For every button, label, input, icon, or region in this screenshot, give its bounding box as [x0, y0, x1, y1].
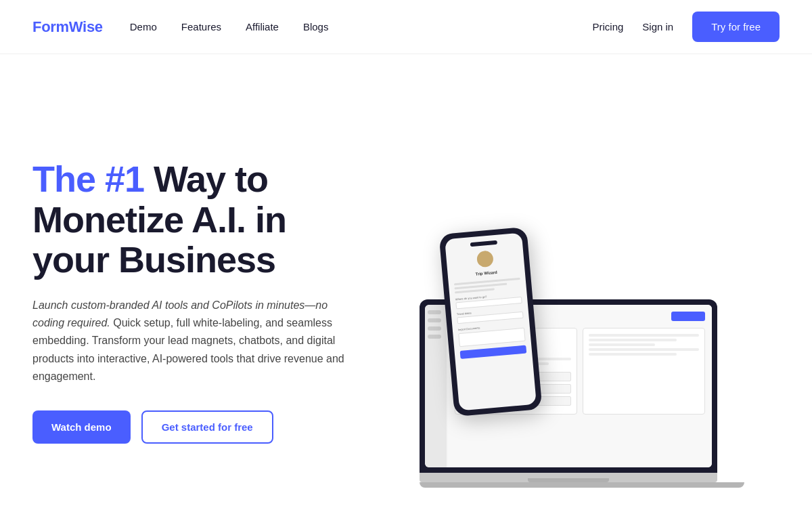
laptop-action-btn [671, 312, 705, 321]
phone-generate-btn [460, 345, 527, 359]
hero-title: The #1 Way toMonetize A.I. inyour Busine… [32, 159, 357, 280]
phone-import-section: Import Documents [458, 322, 526, 347]
nav-features[interactable]: Features [181, 21, 221, 33]
right-panel-line-3 [589, 343, 655, 346]
nav-right: Pricing Sign in Try for free [592, 12, 780, 42]
sidebar-dot-3 [428, 326, 441, 331]
logo-part2: Wise [69, 18, 103, 35]
try-for-free-button[interactable]: Try for free [692, 12, 780, 42]
laptop-base [420, 473, 717, 482]
right-panel-line-5 [589, 353, 677, 356]
hero-section: The #1 Way toMonetize A.I. inyour Busine… [0, 54, 812, 508]
nav-left: FormWise Demo Features Affiliate Blogs [32, 18, 328, 36]
phone-avatar [476, 250, 494, 268]
hero-title-highlight: The #1 [32, 158, 144, 199]
right-panel-line-4 [589, 348, 699, 351]
nav-affiliate[interactable]: Affiliate [246, 21, 279, 33]
phone-screen: Trip Wizard Where do you want to go? Tra… [445, 233, 537, 411]
logo-part1: Form [32, 18, 69, 35]
nav-links: Demo Features Affiliate Blogs [130, 21, 329, 33]
nav-blogs[interactable]: Blogs [303, 21, 329, 33]
laptop-sidebar [425, 305, 447, 467]
logo[interactable]: FormWise [32, 18, 103, 36]
device-scene: Trip Wizard Where do you want to go? Tra… [406, 230, 731, 488]
sidebar-dot-2 [428, 318, 441, 322]
hero-buttons: Watch demo Get started for free [32, 410, 357, 444]
laptop-panel-right [583, 328, 705, 415]
hero-text: The #1 Way toMonetize A.I. inyour Busine… [32, 159, 357, 443]
phone-mockup: Trip Wizard Where do you want to go? Tra… [438, 227, 542, 417]
laptop-bottom [420, 482, 744, 488]
hero-description: Launch custom-branded AI tools and CoPil… [32, 297, 357, 386]
pricing-link[interactable]: Pricing [592, 21, 623, 33]
hero-image: Trip Wizard Where do you want to go? Tra… [357, 95, 780, 508]
phone-import-box [458, 328, 525, 347]
phone-notch [470, 240, 497, 247]
get-started-button[interactable]: Get started for free [141, 410, 273, 444]
watch-demo-button[interactable]: Watch demo [32, 410, 131, 444]
sidebar-dot-1 [428, 310, 441, 314]
nav-demo[interactable]: Demo [130, 21, 157, 33]
right-panel-line-2 [589, 339, 677, 341]
sidebar-dot-4 [428, 335, 441, 339]
right-panel-line-1 [589, 334, 699, 337]
signin-link[interactable]: Sign in [642, 21, 673, 33]
navbar: FormWise Demo Features Affiliate Blogs P… [0, 0, 812, 54]
phone-app-title: Trip Wizard [453, 268, 520, 278]
